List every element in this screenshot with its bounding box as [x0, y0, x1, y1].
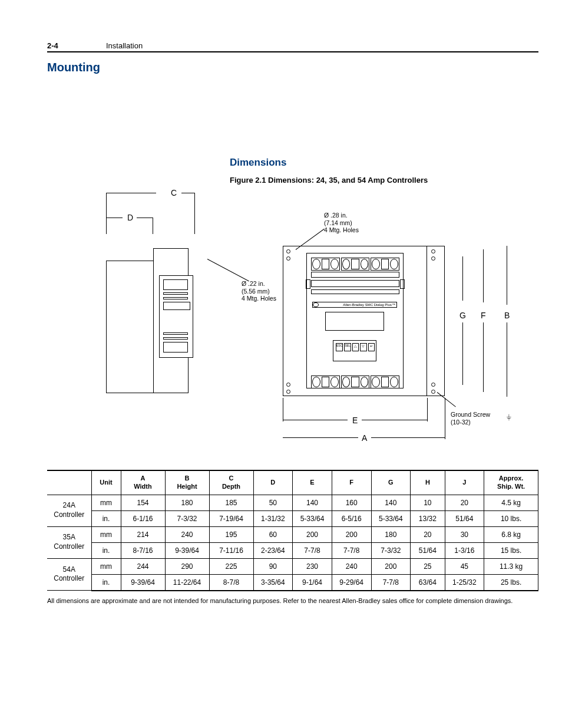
table-cell: 1-31/32: [253, 510, 293, 526]
table-cell: 4.5 kg: [484, 495, 538, 510]
table-cell: 195: [209, 526, 253, 542]
table-cell: 63/64: [411, 574, 445, 591]
hdr-c: CDepth: [209, 470, 253, 495]
table-cell: 154: [121, 495, 165, 510]
dim-label-f: F: [481, 311, 486, 320]
table-cell: 5-33/64: [371, 510, 411, 526]
table-cell: 8-7/8: [209, 574, 253, 591]
table-cell: 240: [332, 558, 371, 574]
page-header: 2-4 Installation: [47, 41, 538, 52]
note-top-holes: Ø .28 in. (7.14 mm) 4 Mtg. Holes: [324, 212, 359, 234]
footnote: All dimensions are approximate and are n…: [47, 597, 538, 604]
hdr-e: E: [293, 470, 332, 495]
table-cell: 20: [411, 526, 445, 542]
hdr-a: AWidth: [121, 470, 165, 495]
table-cell: 51/64: [411, 542, 445, 558]
dimensions-table: Unit AWidth BHeight CDepth D E F G H J A…: [47, 470, 538, 591]
table-cell: 9-39/64: [121, 574, 165, 591]
terminals-bottom: [311, 375, 399, 388]
table-cell: 60: [253, 526, 293, 542]
table-cell: 7-7/8: [293, 542, 332, 558]
dim-label-b: B: [504, 311, 510, 320]
table-cell: 244: [121, 558, 165, 574]
table-cell: 3-35/64: [253, 574, 293, 591]
table-cell: 7-19/64: [209, 510, 253, 526]
figure-caption: Figure 2.1 Dimensions: 24, 35, and 54 Am…: [230, 176, 538, 185]
table-cell: 25 lbs.: [484, 574, 538, 591]
table-cell: 6-5/16: [332, 510, 371, 526]
table-cell: 9-29/64: [332, 574, 371, 591]
table-cell: mm: [91, 558, 121, 574]
figure-diagram: C D Ø .22 in. (5.56 mm): [106, 193, 554, 458]
table-cell: 140: [293, 495, 332, 510]
table-cell: 9-1/64: [293, 574, 332, 591]
table-cell: 1-25/32: [445, 574, 484, 591]
table-cell: 7-7/8: [371, 574, 411, 591]
table-cell: 51/64: [445, 510, 484, 526]
table-cell: 290: [165, 558, 209, 574]
table-cell: in.: [91, 574, 121, 591]
dim-label-e: E: [352, 416, 358, 425]
keypad: ESC SEL △ ▽ ↵: [333, 340, 376, 361]
ground-screw-note: Ground Screw (10-32): [451, 411, 490, 426]
hdr-wt: Approx.Ship. Wt.: [484, 470, 538, 495]
table-cell: in.: [91, 542, 121, 558]
table-cell: 9-39/64: [165, 542, 209, 558]
chapter-title: Installation: [106, 41, 143, 50]
table-cell: 10: [411, 495, 445, 510]
table-cell: 1-3/16: [445, 542, 484, 558]
table-cell: 11.3 kg: [484, 558, 538, 574]
table-cell: 214: [121, 526, 165, 542]
table-cell: 13/32: [411, 510, 445, 526]
device-brand-label: Allen-Bradley SMC Dialog Plus™: [312, 302, 397, 308]
page-number: 2-4: [47, 41, 106, 50]
table-cell: 6.8 kg: [484, 526, 538, 542]
table-cell: 90: [253, 558, 293, 574]
table-cell: 2-23/64: [253, 542, 293, 558]
hdr-f: F: [332, 470, 371, 495]
table-cell: 7-3/32: [371, 542, 411, 558]
hdr-j: J: [445, 470, 484, 495]
table-cell: 20: [445, 495, 484, 510]
table-cell: 160: [332, 495, 371, 510]
dim-label-g: G: [459, 311, 466, 320]
table-cell: 15 lbs.: [484, 542, 538, 558]
model-label: 24AController: [47, 495, 91, 526]
table-cell: 50: [253, 495, 293, 510]
table-cell: 200: [332, 526, 371, 542]
table-cell: 185: [209, 495, 253, 510]
dim-label-a: A: [362, 433, 367, 443]
dim-label-d: D: [127, 213, 133, 222]
table-cell: 10 lbs.: [484, 510, 538, 526]
hdr-h: H: [411, 470, 445, 495]
front-view: Allen-Bradley SMC Dialog Plus™ ESC SEL △…: [283, 234, 542, 458]
table-cell: 25: [411, 558, 445, 574]
table-cell: 7-11/16: [209, 542, 253, 558]
table-cell: 7-7/8: [332, 542, 371, 558]
hdr-d: D: [253, 470, 293, 495]
table-cell: 200: [293, 526, 332, 542]
ground-icon: ⏚: [507, 412, 511, 421]
table-cell: 230: [293, 558, 332, 574]
heading-mounting: Mounting: [47, 61, 538, 74]
terminals-top: [311, 258, 399, 271]
table-cell: 200: [371, 558, 411, 574]
table-cell: mm: [91, 495, 121, 510]
table-cell: 225: [209, 558, 253, 574]
hdr-g: G: [371, 470, 411, 495]
table-cell: 180: [165, 495, 209, 510]
model-label: 35AController: [47, 526, 91, 558]
table-cell: 8-7/16: [121, 542, 165, 558]
side-view: [106, 234, 206, 393]
table-cell: in.: [91, 510, 121, 526]
table-cell: 140: [371, 495, 411, 510]
table-cell: 240: [165, 526, 209, 542]
table-cell: 11-22/64: [165, 574, 209, 591]
dim-label-c: C: [171, 188, 177, 197]
table-cell: 5-33/64: [293, 510, 332, 526]
table-cell: 7-3/32: [165, 510, 209, 526]
table-cell: 6-1/16: [121, 510, 165, 526]
hdr-b: BHeight: [165, 470, 209, 495]
note-side-holes: Ø .22 in. (5.56 mm) 4 Mtg. Holes: [242, 280, 276, 302]
table-cell: 30: [445, 526, 484, 542]
